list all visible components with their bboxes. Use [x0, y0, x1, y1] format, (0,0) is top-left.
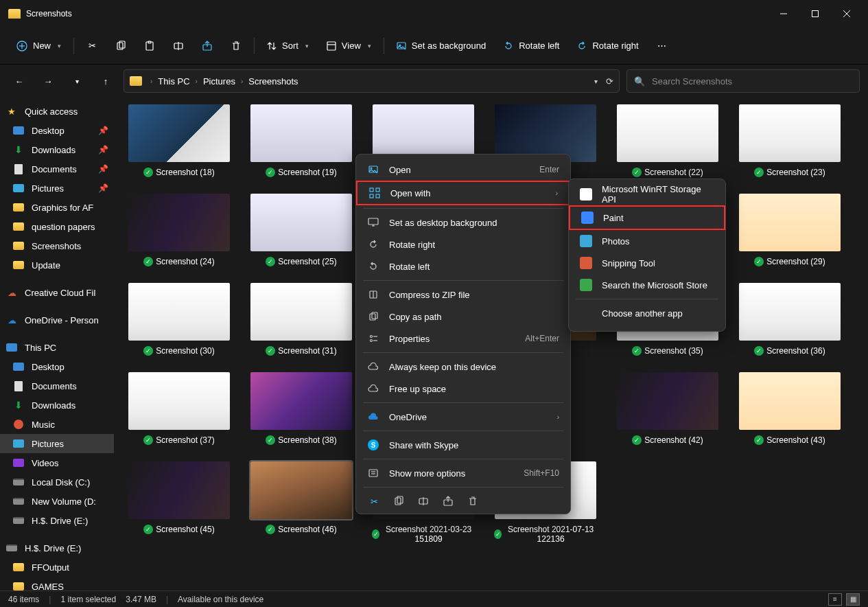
file-label: ✓Screenshot (18)	[143, 168, 214, 177]
ctx-show-more[interactable]: Show more options Shift+F10	[356, 462, 570, 484]
copy-icon[interactable]	[107, 34, 134, 58]
sidebar-pc-item-4[interactable]: Pictures	[0, 434, 114, 453]
desktop-bg-icon	[367, 216, 379, 229]
sidebar-pc-item-0[interactable]: Desktop	[0, 357, 114, 376]
more-icon[interactable]: ⋯	[648, 34, 676, 58]
paste-icon[interactable]	[136, 34, 163, 58]
ctx-compress[interactable]: Compress to ZIP file	[356, 284, 570, 306]
open-with-item-5[interactable]: Choose another app	[569, 302, 725, 324]
sidebar-quick-item-7[interactable]: Update	[0, 255, 114, 275]
cut-icon[interactable]: ✂	[78, 34, 106, 58]
file-thumb-5[interactable]: ✓Screenshot (23)	[738, 104, 841, 177]
ctx-delete-icon[interactable]	[466, 494, 480, 508]
sidebar-quick-access[interactable]: ★Quick access	[0, 102, 114, 121]
minimize-button[interactable]	[768, 3, 799, 25]
search-input[interactable]: 🔍 Search Screenshots	[626, 69, 860, 93]
ctx-share-icon[interactable]	[441, 494, 455, 508]
ctx-copy-icon[interactable]	[392, 494, 406, 508]
ctx-free-up[interactable]: Free up space	[356, 378, 570, 400]
ctx-rename-icon[interactable]	[417, 494, 430, 508]
forward-button[interactable]: →	[37, 70, 59, 92]
sidebar-pc-item-2[interactable]: ⬇Downloads	[0, 396, 114, 415]
file-thumb-0[interactable]: ✓Screenshot (18)	[128, 104, 231, 177]
open-with-item-2[interactable]: Photos	[569, 230, 725, 252]
sidebar-ext-drive[interactable]: H.$. Drive (E:)	[0, 538, 114, 558]
sidebar-pc-item-8[interactable]: H.$. Drive (E:)	[0, 511, 114, 530]
file-thumb-7[interactable]: ✓Screenshot (25)	[250, 194, 353, 266]
file-thumb-24[interactable]: ✓Screenshot (45)	[128, 461, 231, 544]
recent-button[interactable]: ▾	[66, 70, 88, 92]
view-button[interactable]: View▾	[318, 34, 379, 58]
ctx-open-with[interactable]: Open with ›	[356, 181, 570, 205]
sidebar-pc-item-6[interactable]: Local Disk (C:)	[0, 472, 114, 492]
rename-icon[interactable]	[165, 34, 192, 58]
sidebar-quick-item-0[interactable]: Desktop📌	[0, 121, 114, 140]
ctx-onedrive[interactable]: OneDrive ›	[356, 406, 570, 428]
sidebar-quick-item-6[interactable]: Screenshots	[0, 236, 114, 255]
sidebar-creative-cloud[interactable]: ☁Creative Cloud Fil	[0, 283, 114, 302]
file-label: ✓Screenshot (46)	[266, 525, 336, 534]
sidebar-pc-item-5[interactable]: Videos	[0, 453, 114, 472]
open-with-item-3[interactable]: Snipping Tool	[569, 252, 725, 274]
file-thumb-25[interactable]: ✓Screenshot (46)	[250, 461, 353, 544]
breadcrumb[interactable]: › This PC › Pictures › Screenshots ▾ ⟳	[124, 69, 620, 93]
ctx-share-skype[interactable]: S Share with Skype	[356, 434, 570, 456]
sidebar-quick-item-5[interactable]: question papers	[0, 217, 114, 236]
open-with-item-1[interactable]: Paint	[569, 205, 725, 230]
details-view-icon[interactable]: ≡	[828, 593, 842, 606]
breadcrumb-part-2[interactable]: Screenshots	[248, 76, 298, 87]
sidebar-quick-item-2[interactable]: Documents📌	[0, 159, 114, 179]
sidebar-quick-item-1[interactable]: ⬇Downloads📌	[0, 140, 114, 159]
sync-icon: ✓	[143, 435, 153, 445]
ctx-cut-icon[interactable]: ✂	[367, 494, 381, 508]
file-thumb-23[interactable]: ✓Screenshot (43)	[738, 372, 841, 445]
thumbnails-view-icon[interactable]: ▦	[846, 593, 860, 606]
file-thumb-1[interactable]: ✓Screenshot (19)	[250, 104, 353, 177]
sidebar-pc-item-3[interactable]: Music	[0, 415, 114, 434]
file-thumb-12[interactable]: ✓Screenshot (30)	[128, 283, 231, 356]
open-with-item-0[interactable]: Microsoft WinRT Storage API	[569, 183, 725, 205]
open-with-item-4[interactable]: Search the Microsoft Store	[569, 274, 725, 296]
history-chevron-icon[interactable]: ▾	[594, 78, 598, 85]
ctx-always-keep[interactable]: Always keep on this device	[356, 356, 570, 378]
file-thumb-11[interactable]: ✓Screenshot (29)	[738, 194, 841, 266]
maximize-button[interactable]	[799, 3, 831, 25]
ctx-set-desktop-bg[interactable]: Set as desktop background	[356, 211, 570, 233]
set-background-button[interactable]: Set as background	[388, 34, 494, 58]
svg-rect-21	[376, 188, 379, 192]
new-button[interactable]: New▾	[8, 34, 69, 58]
ctx-properties[interactable]: Properties Alt+Enter	[356, 328, 570, 350]
up-button[interactable]: ↑	[95, 70, 117, 92]
ctx-copy-path[interactable]: Copy as path	[356, 306, 570, 328]
sidebar-ext-item-0[interactable]: FFOutput	[0, 558, 114, 577]
share-icon[interactable]	[193, 34, 221, 58]
ctx-open[interactable]: Open Enter	[356, 159, 570, 181]
breadcrumb-part-1[interactable]: Pictures	[203, 76, 235, 87]
file-thumb-19[interactable]: ✓Screenshot (38)	[250, 372, 353, 445]
sidebar-quick-item-3[interactable]: Pictures📌	[0, 179, 114, 198]
ctx-rotate-left[interactable]: Rotate left	[356, 255, 570, 277]
file-thumb-17[interactable]: ✓Screenshot (36)	[738, 283, 841, 356]
sidebar-onedrive[interactable]: ☁OneDrive - Person	[0, 310, 114, 330]
file-thumb-4[interactable]: ✓Screenshot (22)	[616, 104, 719, 177]
delete-icon[interactable]	[222, 34, 250, 58]
sidebar-quick-item-4[interactable]: Graphics for AF	[0, 198, 114, 217]
file-thumb-22[interactable]: ✓Screenshot (42)	[616, 372, 719, 445]
refresh-icon[interactable]: ⟳	[606, 76, 613, 87]
rotate-left-icon	[367, 260, 379, 273]
ctx-rotate-right[interactable]: Rotate right	[356, 233, 570, 255]
back-button[interactable]: ←	[8, 70, 30, 92]
sidebar-this-pc[interactable]: This PC	[0, 338, 114, 357]
rotate-right-button[interactable]: Rotate right	[569, 34, 646, 58]
sidebar-pc-item-7[interactable]: New Volume (D:	[0, 492, 114, 511]
file-thumb-13[interactable]: ✓Screenshot (31)	[250, 283, 353, 356]
breadcrumb-part-0[interactable]: This PC	[158, 76, 189, 87]
file-thumb-6[interactable]: ✓Screenshot (24)	[128, 194, 231, 266]
sidebar-pc-item-1[interactable]: Documents	[0, 376, 114, 396]
sidebar-ext-item-1[interactable]: GAMES	[0, 577, 114, 591]
file-thumb-18[interactable]: ✓Screenshot (37)	[128, 372, 231, 445]
close-button[interactable]	[831, 3, 863, 25]
sort-button[interactable]: Sort▾	[259, 34, 317, 58]
rotate-left-button[interactable]: Rotate left	[495, 34, 567, 58]
open-with-menu: Microsoft WinRT Storage API Paint Photos…	[568, 179, 726, 332]
